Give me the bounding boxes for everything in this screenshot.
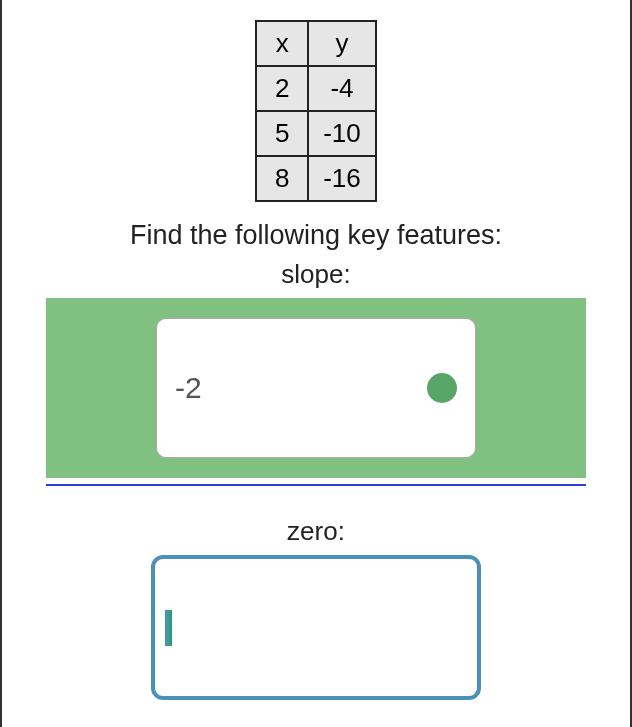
table-row: 2 -4	[256, 66, 376, 111]
zero-label: zero:	[287, 516, 345, 547]
slope-label: slope:	[281, 259, 350, 290]
table-header-row: x y	[256, 21, 376, 66]
xy-table: x y 2 -4 5 -10 8 -16	[255, 20, 377, 202]
slope-answer-container: -2	[46, 298, 586, 478]
cell-x: 8	[256, 156, 308, 201]
cell-y: -10	[308, 111, 376, 156]
cell-y: -4	[308, 66, 376, 111]
question-container: x y 2 -4 5 -10 8 -16 Find the following …	[22, 20, 610, 700]
slope-value: -2	[175, 371, 202, 405]
prompt-text: Find the following key features:	[130, 220, 502, 251]
zero-input[interactable]	[151, 555, 481, 700]
table-row: 5 -10	[256, 111, 376, 156]
header-y: y	[308, 21, 376, 66]
text-cursor-icon	[169, 610, 172, 646]
header-x: x	[256, 21, 308, 66]
cell-y: -16	[308, 156, 376, 201]
divider-line	[46, 484, 586, 486]
table-row: 8 -16	[256, 156, 376, 201]
correct-dot-icon	[427, 373, 457, 403]
slope-input[interactable]: -2	[156, 318, 476, 458]
cell-x: 2	[256, 66, 308, 111]
cell-x: 5	[256, 111, 308, 156]
